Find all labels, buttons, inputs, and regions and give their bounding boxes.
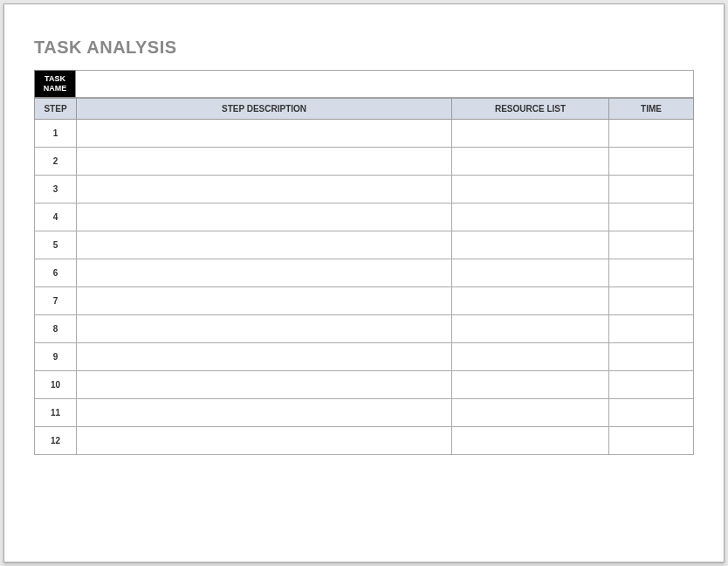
table-row: 11: [35, 398, 694, 426]
table-row: 3: [35, 175, 694, 203]
resource-cell[interactable]: [452, 231, 609, 259]
step-number: 12: [35, 426, 77, 454]
header-description: STEP DESCRIPTION: [77, 98, 452, 119]
table-row: 2: [35, 147, 694, 175]
step-description-cell[interactable]: [77, 147, 452, 175]
step-description-cell[interactable]: [77, 119, 452, 147]
resource-cell[interactable]: [452, 203, 609, 231]
task-name-label: TASK NAME: [34, 70, 76, 98]
header-time: TIME: [609, 98, 694, 119]
step-description-cell[interactable]: [77, 426, 452, 454]
time-cell[interactable]: [609, 426, 694, 454]
step-number: 6: [35, 259, 77, 286]
analysis-table: STEP STEP DESCRIPTION RESOURCE LIST TIME…: [34, 98, 694, 455]
step-description-cell[interactable]: [77, 259, 452, 286]
step-number: 8: [35, 314, 77, 342]
resource-cell[interactable]: [452, 286, 609, 314]
header-resource: RESOURCE LIST: [452, 98, 609, 119]
step-number: 7: [35, 286, 77, 314]
step-number: 3: [35, 175, 77, 203]
time-cell[interactable]: [609, 175, 694, 203]
table-row: 4: [35, 203, 694, 231]
table-row: 9: [35, 342, 694, 370]
header-row: STEP STEP DESCRIPTION RESOURCE LIST TIME: [35, 98, 694, 119]
step-description-cell[interactable]: [77, 314, 452, 342]
page-outer: TASK ANALYSIS TASK NAME STEP STEP DESCRI…: [3, 3, 725, 563]
table-row: 5: [35, 231, 694, 259]
page-inner: TASK ANALYSIS TASK NAME STEP STEP DESCRI…: [13, 13, 715, 553]
step-number: 11: [35, 398, 77, 426]
resource-cell[interactable]: [452, 119, 609, 147]
table-row: 6: [35, 259, 694, 286]
resource-cell[interactable]: [452, 426, 609, 454]
step-description-cell[interactable]: [77, 286, 452, 314]
resource-cell[interactable]: [452, 342, 609, 370]
time-cell[interactable]: [609, 370, 694, 398]
time-cell[interactable]: [609, 119, 694, 147]
step-description-cell[interactable]: [77, 398, 452, 426]
resource-cell[interactable]: [452, 370, 609, 398]
time-cell[interactable]: [609, 147, 694, 175]
header-step: STEP: [35, 98, 77, 119]
table-row: 1: [35, 119, 694, 147]
table-row: 10: [35, 370, 694, 398]
step-description-cell[interactable]: [77, 231, 452, 259]
table-row: 12: [35, 426, 694, 454]
time-cell[interactable]: [609, 259, 694, 286]
task-name-field[interactable]: [76, 70, 694, 98]
page-title: TASK ANALYSIS: [34, 38, 694, 58]
step-description-cell[interactable]: [77, 342, 452, 370]
time-cell[interactable]: [609, 398, 694, 426]
task-name-row: TASK NAME: [34, 70, 694, 98]
time-cell[interactable]: [609, 286, 694, 314]
resource-cell[interactable]: [452, 175, 609, 203]
step-description-cell[interactable]: [77, 203, 452, 231]
time-cell[interactable]: [609, 342, 694, 370]
resource-cell[interactable]: [452, 147, 609, 175]
time-cell[interactable]: [609, 203, 694, 231]
time-cell[interactable]: [609, 231, 694, 259]
step-number: 1: [35, 119, 77, 147]
table-row: 7: [35, 286, 694, 314]
step-number: 9: [35, 342, 77, 370]
resource-cell[interactable]: [452, 398, 609, 426]
resource-cell[interactable]: [452, 259, 609, 286]
resource-cell[interactable]: [452, 314, 609, 342]
step-number: 4: [35, 203, 77, 231]
step-description-cell[interactable]: [77, 370, 452, 398]
step-number: 5: [35, 231, 77, 259]
step-description-cell[interactable]: [77, 175, 452, 203]
time-cell[interactable]: [609, 314, 694, 342]
table-row: 8: [35, 314, 694, 342]
step-number: 10: [35, 370, 77, 398]
step-number: 2: [35, 147, 77, 175]
